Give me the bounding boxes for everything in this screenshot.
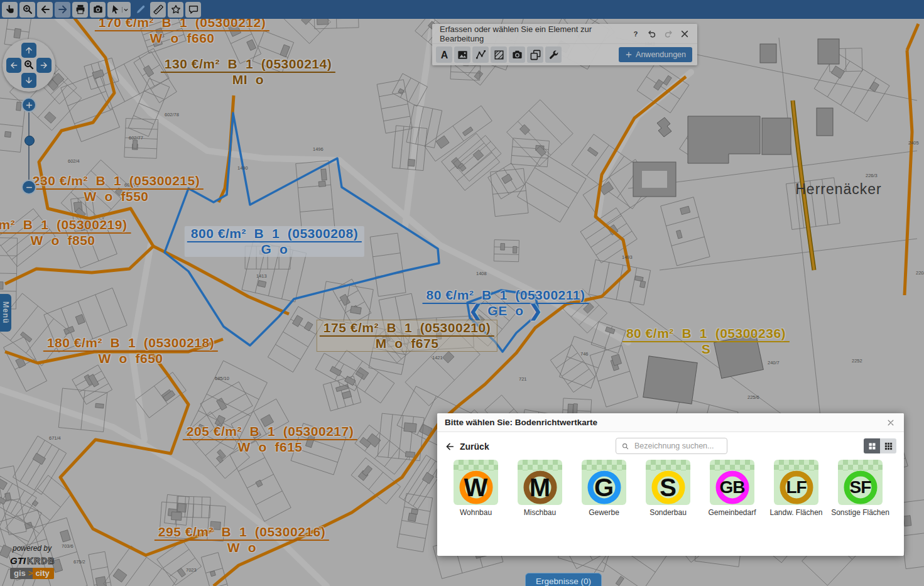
history-back-button[interactable]: [37, 2, 53, 18]
svg-text:225/6: 225/6: [747, 394, 759, 400]
brw-zone-label[interactable]: 130 €/m² B 1 (05300214)MI o: [161, 57, 335, 87]
print-button[interactable]: [72, 2, 88, 18]
brw-zone-label[interactable]: 180 €/m² B 1 (05300218)W o f650: [43, 336, 218, 366]
measure-tool-button[interactable]: [150, 2, 166, 18]
close-panel-button[interactable]: [677, 26, 692, 41]
svg-text:1413: 1413: [256, 273, 267, 279]
category-tile-mischbau[interactable]: MMischbau: [518, 460, 562, 517]
back-button[interactable]: Zurück: [445, 439, 489, 454]
category-tile-sonstige-flaechen[interactable]: SFSonstige Flächen: [838, 460, 883, 517]
category-label: Gemeinbedarf: [708, 508, 756, 517]
svg-text:7023: 7023: [186, 567, 197, 573]
undo-button[interactable]: [644, 26, 660, 41]
brw-zone-label[interactable]: 295 €/m² B 1 (05300216)W o: [155, 525, 329, 555]
menu-tab[interactable]: Menü: [0, 294, 11, 332]
zoom-out-button[interactable]: [21, 180, 36, 195]
pan-right-button[interactable]: [36, 58, 52, 73]
chevron-down-icon[interactable]: [122, 7, 129, 13]
svg-text:1408: 1408: [476, 271, 487, 276]
svg-text:1421: 1421: [432, 355, 443, 361]
comment-button[interactable]: [185, 2, 201, 18]
category-tile-wohnbau[interactable]: WWohnbau: [454, 460, 498, 517]
category-code: G: [594, 475, 614, 500]
plus-icon: [625, 51, 633, 58]
screenshot-button[interactable]: [90, 2, 106, 18]
edit-tools-button[interactable]: [545, 46, 562, 63]
category-icon: GB: [710, 460, 754, 505]
search-box: [616, 438, 727, 454]
brw-zone-label[interactable]: 175 €/m² B 1 (05300210)M o f675: [317, 320, 497, 351]
copy-element-button[interactable]: [527, 46, 543, 63]
brw-zone-label[interactable]: m² B 1 (05300219)W o f850: [0, 218, 131, 247]
brw-zone-label[interactable]: 80 €/m² B 1 (05300211)❮ GE o ❯: [423, 288, 589, 318]
brw-zone-label[interactable]: 170 €/m² B 1 (05300212)W o f660: [95, 16, 269, 45]
svg-text:226/3: 226/3: [866, 173, 878, 178]
select-tool-button[interactable]: [107, 2, 131, 18]
category-icon: G: [582, 460, 626, 505]
edit-panel-title: Erfassen oder wählen Sie ein Element zur…: [440, 24, 628, 43]
help-button[interactable]: [628, 26, 643, 41]
edit-panel: Erfassen oder wählen Sie ein Element zur…: [432, 24, 697, 65]
category-tile-sonderbau[interactable]: SSonderbau: [646, 460, 690, 517]
checker-band: [710, 460, 754, 470]
search-icon: [621, 442, 629, 450]
category-icon: W: [454, 460, 498, 505]
pan-down-button[interactable]: [21, 73, 36, 88]
zoom-tool-button[interactable]: [19, 2, 35, 18]
back-arrow-icon: [445, 442, 455, 452]
category-icon: LF: [774, 460, 818, 505]
category-label: Sonderbau: [650, 508, 687, 517]
redo-button[interactable]: [661, 26, 676, 41]
pan-tool-button[interactable]: [2, 2, 18, 18]
add-photo-button[interactable]: [509, 46, 525, 63]
brw-zone-label[interactable]: 205 €/m² B 1 (05300217)W o f615: [183, 425, 357, 454]
draw-polygon-button[interactable]: [491, 46, 507, 63]
main-toolbar: [0, 0, 924, 19]
favorites-button[interactable]: [168, 2, 183, 18]
pan-up-button[interactable]: [21, 43, 36, 58]
category-icon: M: [518, 460, 562, 505]
dialog-header: Bitte wählen Sie: Bodenrichtwertkarte: [437, 413, 904, 432]
category-picker-dialog: Bitte wählen Sie: Bodenrichtwertkarte Zu…: [437, 413, 904, 556]
history-forward-button[interactable]: [55, 2, 70, 18]
draw-line-button[interactable]: [472, 46, 489, 63]
category-code: SF: [850, 479, 871, 496]
zoom-slider-handle[interactable]: [24, 136, 35, 146]
brw-zone-label[interactable]: 80 €/m² B 1 (05300236)S: [622, 327, 790, 356]
checker-band: [838, 460, 883, 470]
svg-text:685/10: 685/10: [215, 376, 229, 381]
view-toggle-group: [864, 438, 896, 453]
svg-text:721: 721: [519, 376, 527, 382]
checker-band: [646, 460, 690, 470]
svg-text:1490: 1490: [237, 165, 248, 171]
svg-text:602/77: 602/77: [129, 135, 143, 141]
add-image-button[interactable]: [454, 46, 470, 63]
svg-text:746: 746: [580, 351, 589, 357]
pan-left-button[interactable]: [6, 58, 21, 73]
search-input[interactable]: [633, 441, 722, 451]
category-tile-landw-flaechen[interactable]: LFLandw. Flächen: [774, 460, 818, 517]
brw-zone-label[interactable]: 230 €/m² B 1 (05300215)W o f550: [29, 174, 204, 203]
category-code: M: [530, 475, 550, 500]
svg-text:240/7: 240/7: [768, 360, 780, 366]
results-button[interactable]: Ergebnisse (0): [525, 573, 602, 586]
applications-button[interactable]: Anwendungen: [619, 47, 692, 62]
category-tile-gemeinbedarf[interactable]: GBGemeinbedarf: [710, 460, 754, 517]
category-label: Mischbau: [524, 508, 556, 517]
draw-tool-button[interactable]: [133, 2, 148, 18]
dialog-close-button[interactable]: [884, 416, 898, 430]
category-label: Wohnbau: [460, 508, 492, 517]
brw-zone-label[interactable]: 800 €/m² B 1 (05300208)G o: [185, 226, 364, 257]
svg-text:1496: 1496: [313, 146, 323, 152]
category-code: S: [660, 475, 677, 500]
category-label: Gewerbe: [589, 508, 619, 517]
category-code: GB: [720, 479, 745, 496]
grid-view-small-button[interactable]: [880, 438, 896, 453]
category-tile-gewerbe[interactable]: GGewerbe: [582, 460, 626, 517]
category-label: Sonstige Flächen: [831, 508, 889, 517]
zoom-center-button[interactable]: [21, 58, 36, 73]
checker-band: [454, 460, 498, 470]
add-text-button[interactable]: [436, 46, 452, 63]
grid-view-large-button[interactable]: [864, 438, 880, 453]
zoom-in-button[interactable]: [21, 97, 36, 112]
